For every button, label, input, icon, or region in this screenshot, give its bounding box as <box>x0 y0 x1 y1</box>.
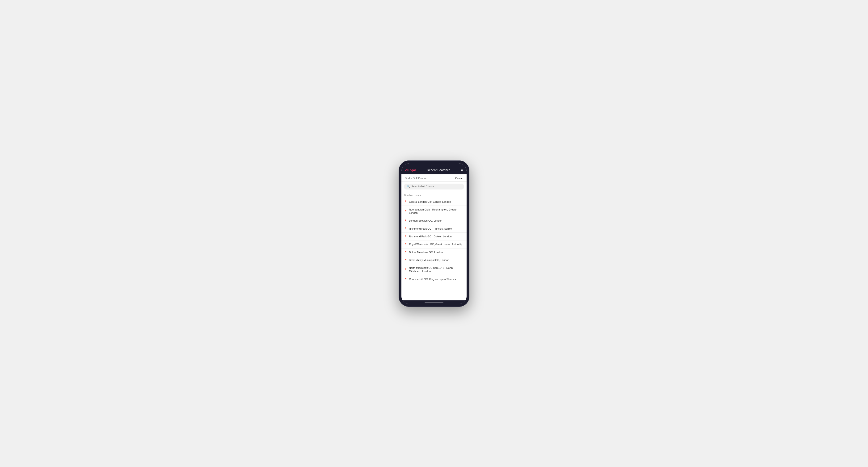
list-item[interactable]: 📍 Richmond Park GC - Duke's, London <box>401 233 467 241</box>
search-container: 🔍 <box>401 182 467 192</box>
find-label: Find a Golf Course <box>405 177 427 180</box>
app-logo: clippd <box>405 168 416 172</box>
pin-icon: 📍 <box>404 200 407 203</box>
phone-device: clippd Recent Searches ≡ Find a Golf Cou… <box>399 160 469 307</box>
find-bar: Find a Golf Course Cancel <box>401 175 467 182</box>
list-item[interactable]: 📍 North Middlesex GC (1011942 - North Mi… <box>401 264 467 275</box>
course-name: North Middlesex GC (1011942 - North Midd… <box>409 266 464 273</box>
cancel-button[interactable]: Cancel <box>455 177 463 180</box>
pin-icon: 📍 <box>404 243 407 246</box>
nearby-section: Nearby courses 📍 Central London Golf Cen… <box>401 192 467 301</box>
course-name: Central London Golf Centre, London <box>409 200 451 204</box>
pin-icon: 📍 <box>404 278 407 280</box>
hamburger-icon[interactable]: ≡ <box>461 168 463 172</box>
course-list: 📍 Central London Golf Centre, London 📍 R… <box>401 198 467 283</box>
list-item[interactable]: 📍 Dukes Meadows GC, London <box>401 248 467 256</box>
phone-screen: clippd Recent Searches ≡ Find a Golf Cou… <box>401 163 467 304</box>
pin-icon: 📍 <box>404 259 407 261</box>
list-item[interactable]: 📍 Brent Valley Municipal GC, London <box>401 256 467 264</box>
course-name: London Scottish GC, London <box>409 219 442 222</box>
course-name: Dukes Meadows GC, London <box>409 251 443 254</box>
app-header-title: Recent Searches <box>427 168 451 172</box>
pin-icon: 📍 <box>404 219 407 222</box>
pin-icon: 📍 <box>404 251 407 253</box>
search-input[interactable] <box>411 185 461 188</box>
course-name: Richmond Park GC - Prince's, Surrey <box>409 227 452 230</box>
pin-icon: 📍 <box>404 210 407 213</box>
search-input-wrapper: 🔍 <box>404 184 464 189</box>
app-header: clippd Recent Searches ≡ <box>401 166 467 175</box>
home-bar <box>425 302 443 303</box>
search-icon: 🔍 <box>407 185 410 188</box>
home-indicator-area <box>401 301 467 304</box>
course-name: Richmond Park GC - Duke's, London <box>409 235 452 238</box>
status-bar <box>401 163 467 166</box>
course-name: Coombe Hill GC, Kingston upon Thames <box>409 278 456 281</box>
list-item[interactable]: 📍 Coombe Hill GC, Kingston upon Thames <box>401 275 467 283</box>
list-item[interactable]: 📍 Richmond Park GC - Prince's, Surrey <box>401 225 467 233</box>
list-item[interactable]: 📍 Roehampton Club - Roehampton, Greater … <box>401 206 467 217</box>
pin-icon: 📍 <box>404 268 407 271</box>
course-name: Brent Valley Municipal GC, London <box>409 258 449 262</box>
course-name: Roehampton Club - Roehampton, Greater Lo… <box>409 208 464 215</box>
list-item[interactable]: 📍 London Scottish GC, London <box>401 217 467 225</box>
list-item[interactable]: 📍 Royal Wimbledon GC, Great London Autho… <box>401 241 467 248</box>
pin-icon: 📍 <box>404 235 407 238</box>
content-area: Find a Golf Course Cancel 🔍 Nearby cours… <box>401 175 467 301</box>
list-item[interactable]: 📍 Central London Golf Centre, London <box>401 198 467 206</box>
nearby-label: Nearby courses <box>401 192 467 198</box>
course-name: Royal Wimbledon GC, Great London Authori… <box>409 243 462 246</box>
pin-icon: 📍 <box>404 227 407 230</box>
